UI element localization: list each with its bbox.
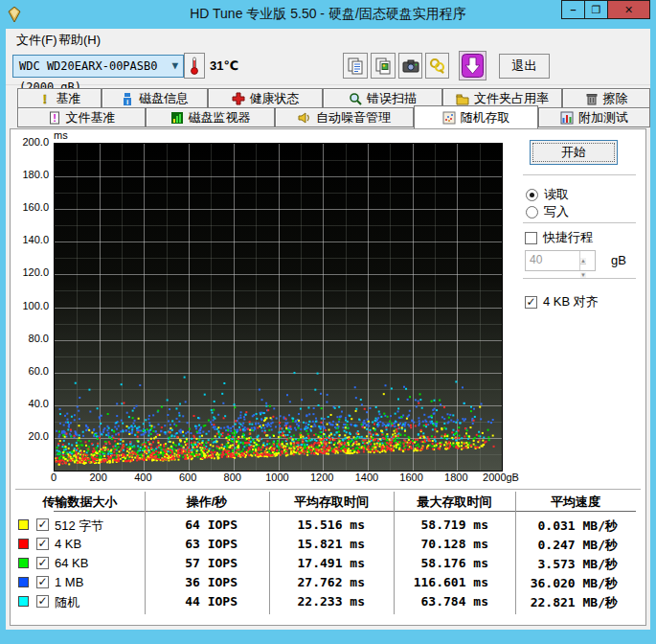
- exit-button[interactable]: 退出: [499, 54, 550, 79]
- svg-text:!: !: [53, 112, 57, 124]
- tab-磁盘监视器[interactable]: 磁盘监视器: [146, 107, 275, 127]
- write-radio[interactable]: [526, 206, 538, 218]
- series-label: 64 KB: [55, 556, 88, 570]
- random-access-panel: ms 20.040.060.080.0100.0120.0140.0160.01…: [10, 128, 646, 626]
- camera-icon: [402, 59, 419, 73]
- series-label: 4 KB: [55, 537, 81, 551]
- y-axis-unit-label: ms: [54, 129, 68, 141]
- tab-row-2: !文件基准磁盘监视器自动噪音管理随机存取附加测试: [6, 107, 650, 127]
- copy-image-button[interactable]: [371, 53, 396, 79]
- avg-speed-value: 0.247 MB/秒: [515, 537, 618, 554]
- series-checkbox[interactable]: ✓: [36, 518, 49, 531]
- copy-text-icon: [347, 58, 364, 75]
- random-access-icon: [442, 111, 456, 125]
- benchmark-icon: !: [38, 92, 52, 105]
- table-row: ✓随机44 IOPS22.233 ms63.784 ms22.821 MB/秒: [11, 592, 643, 611]
- y-tick-label: 20.0: [12, 430, 49, 442]
- series-color-swatch: [18, 577, 29, 587]
- series-color-swatch: [18, 539, 29, 549]
- tab-基准[interactable]: !基准: [17, 88, 102, 108]
- table-row: ✓4 KB63 IOPS15.821 ms70.128 ms0.247 MB/秒: [11, 535, 643, 554]
- close-button[interactable]: ✕: [607, 0, 650, 19]
- copy-text-button[interactable]: [343, 53, 368, 79]
- write-label: 写入: [544, 203, 569, 220]
- minimize-button[interactable]: –: [561, 0, 585, 19]
- tab-自动噪音管理[interactable]: 自动噪音管理: [275, 107, 414, 127]
- x-tick-label: 2000gB: [470, 472, 532, 483]
- avg-access-value: 17.491 ms: [269, 556, 365, 570]
- table-header-1: 操作/秒: [145, 494, 269, 509]
- drive-select-dropdown[interactable]: WDC WD20EARX-00PASB0 (2000 gB) ▼: [12, 55, 184, 78]
- read-radio[interactable]: [526, 189, 538, 201]
- y-tick-label: 100.0: [12, 300, 49, 311]
- download-arrow-icon: [462, 54, 484, 78]
- download-button[interactable]: [459, 51, 486, 80]
- short-stroke-value: 40: [530, 253, 542, 266]
- short-stroke-spinner[interactable]: 40 ▲ ▼: [525, 250, 596, 271]
- tab-擦除[interactable]: 擦除: [562, 88, 650, 108]
- maximize-button[interactable]: ❐: [584, 0, 608, 19]
- max-access-value: 58.719 ms: [394, 518, 488, 532]
- series-checkbox[interactable]: ✓: [36, 557, 49, 569]
- spinner-buttons[interactable]: ▲ ▼: [579, 251, 595, 270]
- spinner-up-icon[interactable]: ▲: [580, 258, 586, 264]
- tab-label: 基准: [57, 90, 81, 107]
- short-stroke-label: 快捷行程: [543, 229, 593, 246]
- y-tick-label: 200.0: [12, 136, 49, 148]
- menu-help[interactable]: 帮助(H): [54, 31, 105, 50]
- short-stroke-checkbox[interactable]: [525, 232, 537, 244]
- tab-label: 自动噪音管理: [316, 109, 391, 126]
- series-checkbox[interactable]: ✓: [36, 595, 49, 608]
- series-label: 1 MB: [55, 575, 83, 589]
- table-row: ✓1 MB36 IOPS27.762 ms116.601 ms36.020 MB…: [11, 573, 643, 592]
- chevron-down-icon: ▼: [171, 56, 178, 77]
- short-stroke-unit: gB: [611, 253, 626, 267]
- avg-speed-value: 36.020 MB/秒: [515, 575, 618, 592]
- disk-info-icon: i: [121, 92, 134, 105]
- keys-button[interactable]: [425, 53, 449, 79]
- align-4kb-checkbox[interactable]: ✓: [525, 296, 537, 309]
- svg-text:i: i: [126, 97, 128, 105]
- keys-icon: [429, 58, 446, 75]
- tab-随机存取[interactable]: 随机存取: [414, 105, 538, 128]
- y-tick-label: 80.0: [12, 333, 49, 344]
- tab-附加测试[interactable]: 附加测试: [538, 107, 650, 127]
- table-row: ✓512 字节64 IOPS15.516 ms58.719 ms0.031 MB…: [11, 516, 643, 535]
- avg-access-value: 27.762 ms: [269, 575, 365, 589]
- series-checkbox[interactable]: ✓: [36, 538, 49, 550]
- tab-label: 随机存取: [461, 109, 510, 126]
- avg-speed-value: 22.821 MB/秒: [515, 594, 618, 611]
- max-access-value: 63.784 ms: [394, 594, 488, 609]
- file-benchmark-icon: !: [48, 111, 61, 125]
- series-checkbox[interactable]: ✓: [36, 576, 49, 588]
- table-header-0: 传输数据大小: [15, 494, 145, 509]
- write-option[interactable]: 写入: [526, 203, 569, 220]
- avg-access-value: 15.516 ms: [269, 518, 365, 532]
- start-button[interactable]: 开始: [530, 140, 618, 165]
- y-tick-label: 60.0: [12, 365, 49, 377]
- tab-label: 健康状态: [250, 90, 300, 107]
- read-option[interactable]: 读取: [526, 186, 569, 203]
- screenshot-button[interactable]: [398, 53, 422, 79]
- y-tick-label: 180.0: [12, 169, 49, 180]
- tab-label: 文件夹占用率: [474, 90, 549, 107]
- titlebar: HD Tune 专业版 5.50 - 硬盘/固态硬盘实用程序 – ❐ ✕: [0, 0, 656, 29]
- align-4kb-option[interactable]: ✓ 4 KB 对齐: [525, 293, 599, 310]
- tab-label: 文件基准: [66, 109, 116, 126]
- separator: [523, 222, 636, 224]
- series-color-swatch: [18, 519, 29, 530]
- align-4kb-label: 4 KB 对齐: [543, 293, 599, 310]
- tab-健康状态[interactable]: 健康状态: [208, 88, 323, 108]
- series-color-swatch: [18, 596, 29, 607]
- health-icon: [232, 92, 245, 105]
- short-stroke-option[interactable]: 快捷行程: [525, 229, 593, 246]
- tab-label: 附加测试: [578, 109, 628, 126]
- menubar: 文件(F) 帮助(H): [6, 29, 650, 48]
- temperature-button[interactable]: [184, 53, 205, 79]
- max-access-value: 116.601 ms: [394, 575, 488, 589]
- tab-磁盘信息[interactable]: i磁盘信息: [102, 88, 208, 108]
- tab-文件基准[interactable]: !文件基准: [17, 107, 146, 127]
- separator: [523, 174, 636, 176]
- copy-image-icon: [374, 58, 392, 75]
- series-color-swatch: [18, 558, 29, 568]
